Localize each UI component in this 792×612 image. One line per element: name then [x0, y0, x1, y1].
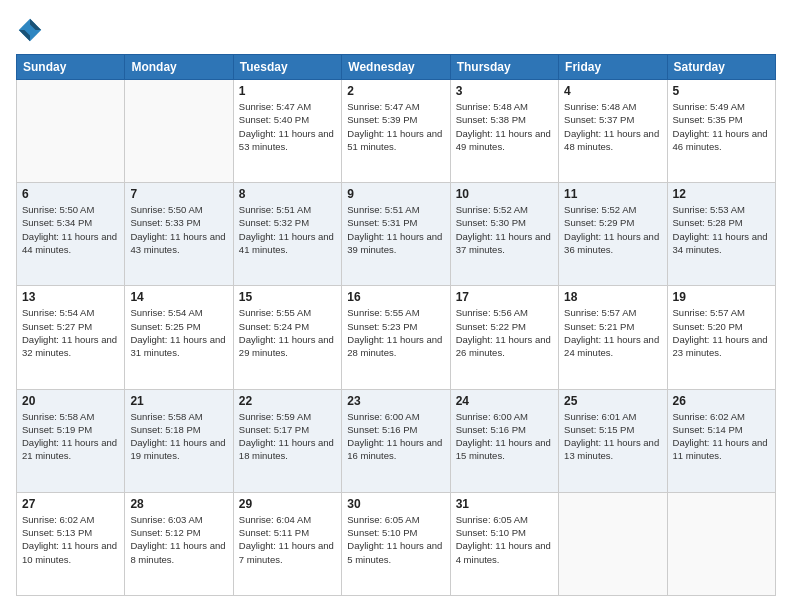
day-info: Sunrise: 6:04 AMSunset: 5:11 PMDaylight:… — [239, 513, 336, 566]
page: SundayMondayTuesdayWednesdayThursdayFrid… — [0, 0, 792, 612]
day-cell: 18Sunrise: 5:57 AMSunset: 5:21 PMDayligh… — [559, 286, 667, 389]
weekday-header-monday: Monday — [125, 55, 233, 80]
day-info: Sunrise: 6:05 AMSunset: 5:10 PMDaylight:… — [456, 513, 553, 566]
logo-icon — [16, 16, 44, 44]
day-cell — [125, 80, 233, 183]
day-number: 26 — [673, 394, 770, 408]
day-info: Sunrise: 5:47 AMSunset: 5:39 PMDaylight:… — [347, 100, 444, 153]
day-number: 22 — [239, 394, 336, 408]
day-number: 15 — [239, 290, 336, 304]
day-number: 24 — [456, 394, 553, 408]
day-info: Sunrise: 5:48 AMSunset: 5:38 PMDaylight:… — [456, 100, 553, 153]
day-number: 27 — [22, 497, 119, 511]
day-info: Sunrise: 6:05 AMSunset: 5:10 PMDaylight:… — [347, 513, 444, 566]
day-info: Sunrise: 6:01 AMSunset: 5:15 PMDaylight:… — [564, 410, 661, 463]
day-cell: 21Sunrise: 5:58 AMSunset: 5:18 PMDayligh… — [125, 389, 233, 492]
day-cell: 15Sunrise: 5:55 AMSunset: 5:24 PMDayligh… — [233, 286, 341, 389]
day-number: 14 — [130, 290, 227, 304]
day-cell — [559, 492, 667, 595]
day-number: 29 — [239, 497, 336, 511]
day-number: 9 — [347, 187, 444, 201]
day-cell: 2Sunrise: 5:47 AMSunset: 5:39 PMDaylight… — [342, 80, 450, 183]
calendar-body: 1Sunrise: 5:47 AMSunset: 5:40 PMDaylight… — [17, 80, 776, 596]
day-number: 28 — [130, 497, 227, 511]
day-number: 23 — [347, 394, 444, 408]
day-info: Sunrise: 5:54 AMSunset: 5:27 PMDaylight:… — [22, 306, 119, 359]
day-cell: 4Sunrise: 5:48 AMSunset: 5:37 PMDaylight… — [559, 80, 667, 183]
day-number: 10 — [456, 187, 553, 201]
calendar-table: SundayMondayTuesdayWednesdayThursdayFrid… — [16, 54, 776, 596]
day-number: 19 — [673, 290, 770, 304]
day-cell: 7Sunrise: 5:50 AMSunset: 5:33 PMDaylight… — [125, 183, 233, 286]
week-row-4: 20Sunrise: 5:58 AMSunset: 5:19 PMDayligh… — [17, 389, 776, 492]
day-cell: 11Sunrise: 5:52 AMSunset: 5:29 PMDayligh… — [559, 183, 667, 286]
day-cell: 8Sunrise: 5:51 AMSunset: 5:32 PMDaylight… — [233, 183, 341, 286]
day-cell: 24Sunrise: 6:00 AMSunset: 5:16 PMDayligh… — [450, 389, 558, 492]
week-row-3: 13Sunrise: 5:54 AMSunset: 5:27 PMDayligh… — [17, 286, 776, 389]
day-info: Sunrise: 5:49 AMSunset: 5:35 PMDaylight:… — [673, 100, 770, 153]
day-cell: 17Sunrise: 5:56 AMSunset: 5:22 PMDayligh… — [450, 286, 558, 389]
weekday-row: SundayMondayTuesdayWednesdayThursdayFrid… — [17, 55, 776, 80]
day-number: 8 — [239, 187, 336, 201]
day-number: 21 — [130, 394, 227, 408]
day-number: 4 — [564, 84, 661, 98]
day-number: 2 — [347, 84, 444, 98]
day-number: 11 — [564, 187, 661, 201]
day-info: Sunrise: 6:02 AMSunset: 5:13 PMDaylight:… — [22, 513, 119, 566]
day-number: 1 — [239, 84, 336, 98]
day-info: Sunrise: 5:57 AMSunset: 5:20 PMDaylight:… — [673, 306, 770, 359]
day-cell — [667, 492, 775, 595]
day-cell: 10Sunrise: 5:52 AMSunset: 5:30 PMDayligh… — [450, 183, 558, 286]
day-info: Sunrise: 5:52 AMSunset: 5:29 PMDaylight:… — [564, 203, 661, 256]
day-info: Sunrise: 5:57 AMSunset: 5:21 PMDaylight:… — [564, 306, 661, 359]
week-row-2: 6Sunrise: 5:50 AMSunset: 5:34 PMDaylight… — [17, 183, 776, 286]
week-row-5: 27Sunrise: 6:02 AMSunset: 5:13 PMDayligh… — [17, 492, 776, 595]
day-cell: 23Sunrise: 6:00 AMSunset: 5:16 PMDayligh… — [342, 389, 450, 492]
day-info: Sunrise: 5:50 AMSunset: 5:34 PMDaylight:… — [22, 203, 119, 256]
day-number: 31 — [456, 497, 553, 511]
day-number: 17 — [456, 290, 553, 304]
day-number: 6 — [22, 187, 119, 201]
day-number: 7 — [130, 187, 227, 201]
day-cell: 20Sunrise: 5:58 AMSunset: 5:19 PMDayligh… — [17, 389, 125, 492]
day-info: Sunrise: 5:48 AMSunset: 5:37 PMDaylight:… — [564, 100, 661, 153]
day-info: Sunrise: 5:55 AMSunset: 5:23 PMDaylight:… — [347, 306, 444, 359]
weekday-header-saturday: Saturday — [667, 55, 775, 80]
day-cell: 12Sunrise: 5:53 AMSunset: 5:28 PMDayligh… — [667, 183, 775, 286]
day-number: 13 — [22, 290, 119, 304]
day-number: 25 — [564, 394, 661, 408]
day-info: Sunrise: 6:00 AMSunset: 5:16 PMDaylight:… — [456, 410, 553, 463]
day-info: Sunrise: 5:47 AMSunset: 5:40 PMDaylight:… — [239, 100, 336, 153]
day-info: Sunrise: 5:58 AMSunset: 5:18 PMDaylight:… — [130, 410, 227, 463]
day-cell: 9Sunrise: 5:51 AMSunset: 5:31 PMDaylight… — [342, 183, 450, 286]
day-cell: 28Sunrise: 6:03 AMSunset: 5:12 PMDayligh… — [125, 492, 233, 595]
day-number: 18 — [564, 290, 661, 304]
header — [16, 16, 776, 44]
day-info: Sunrise: 5:58 AMSunset: 5:19 PMDaylight:… — [22, 410, 119, 463]
day-cell: 19Sunrise: 5:57 AMSunset: 5:20 PMDayligh… — [667, 286, 775, 389]
day-cell: 5Sunrise: 5:49 AMSunset: 5:35 PMDaylight… — [667, 80, 775, 183]
day-info: Sunrise: 5:52 AMSunset: 5:30 PMDaylight:… — [456, 203, 553, 256]
day-number: 3 — [456, 84, 553, 98]
day-info: Sunrise: 5:55 AMSunset: 5:24 PMDaylight:… — [239, 306, 336, 359]
day-cell: 13Sunrise: 5:54 AMSunset: 5:27 PMDayligh… — [17, 286, 125, 389]
day-info: Sunrise: 6:03 AMSunset: 5:12 PMDaylight:… — [130, 513, 227, 566]
day-cell: 22Sunrise: 5:59 AMSunset: 5:17 PMDayligh… — [233, 389, 341, 492]
calendar-header: SundayMondayTuesdayWednesdayThursdayFrid… — [17, 55, 776, 80]
logo — [16, 16, 48, 44]
day-info: Sunrise: 5:54 AMSunset: 5:25 PMDaylight:… — [130, 306, 227, 359]
day-cell: 6Sunrise: 5:50 AMSunset: 5:34 PMDaylight… — [17, 183, 125, 286]
weekday-header-tuesday: Tuesday — [233, 55, 341, 80]
day-info: Sunrise: 5:56 AMSunset: 5:22 PMDaylight:… — [456, 306, 553, 359]
day-cell: 16Sunrise: 5:55 AMSunset: 5:23 PMDayligh… — [342, 286, 450, 389]
day-number: 16 — [347, 290, 444, 304]
weekday-header-sunday: Sunday — [17, 55, 125, 80]
week-row-1: 1Sunrise: 5:47 AMSunset: 5:40 PMDaylight… — [17, 80, 776, 183]
day-cell — [17, 80, 125, 183]
day-cell: 30Sunrise: 6:05 AMSunset: 5:10 PMDayligh… — [342, 492, 450, 595]
day-cell: 29Sunrise: 6:04 AMSunset: 5:11 PMDayligh… — [233, 492, 341, 595]
day-cell: 27Sunrise: 6:02 AMSunset: 5:13 PMDayligh… — [17, 492, 125, 595]
day-info: Sunrise: 5:51 AMSunset: 5:31 PMDaylight:… — [347, 203, 444, 256]
day-number: 30 — [347, 497, 444, 511]
day-cell: 14Sunrise: 5:54 AMSunset: 5:25 PMDayligh… — [125, 286, 233, 389]
